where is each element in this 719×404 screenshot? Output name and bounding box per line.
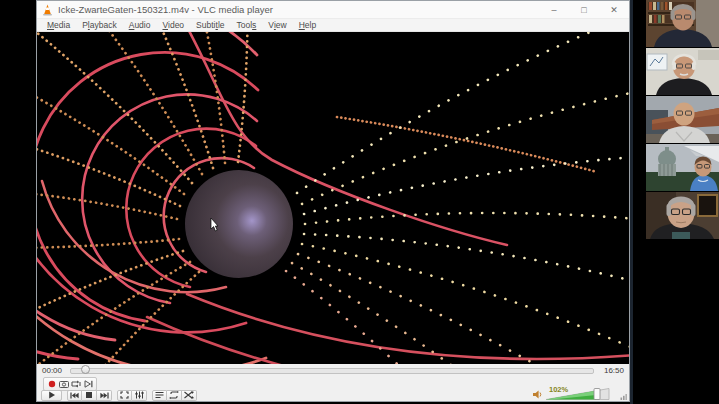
participant-2-video — [646, 48, 719, 95]
snapshot-button[interactable] — [58, 379, 70, 389]
participant-tile-5[interactable] — [646, 192, 719, 239]
speaker-icon — [533, 390, 544, 399]
volume-thumb — [594, 389, 600, 400]
vlc-cone-icon — [42, 4, 53, 16]
black-hole-sphere — [185, 170, 293, 278]
volume-control[interactable]: 102% — [533, 387, 625, 401]
close-button[interactable]: ✕ — [599, 1, 629, 18]
participant-3-video — [646, 96, 719, 143]
loop-button[interactable] — [167, 390, 182, 401]
minimize-button[interactable]: – — [539, 1, 569, 18]
menu-media[interactable]: Media — [41, 20, 76, 30]
menu-subtitle[interactable]: Subtitle — [190, 20, 230, 30]
menu-video[interactable]: Video — [156, 20, 190, 30]
menu-view[interactable]: View — [262, 20, 292, 30]
participant-5-video — [646, 192, 719, 239]
playlist-button[interactable] — [152, 390, 167, 401]
resize-grip-icon — [620, 393, 627, 400]
previous-button[interactable] — [67, 390, 82, 401]
shuffle-button[interactable] — [182, 390, 197, 401]
seek-row: 00:00 16:50 — [37, 364, 629, 377]
record-button[interactable] — [46, 379, 58, 389]
ab-loop-button[interactable] — [70, 379, 82, 389]
participant-tile-2[interactable] — [646, 48, 719, 95]
stop-button[interactable] — [82, 390, 97, 401]
seek-thumb[interactable] — [81, 365, 90, 374]
main-controls — [41, 389, 197, 401]
play-button[interactable] — [41, 390, 62, 401]
participant-tile-1[interactable] — [646, 0, 719, 47]
frame-by-frame-button[interactable] — [82, 379, 94, 389]
volume-percentage: 102% — [549, 385, 568, 394]
next-button[interactable] — [97, 390, 112, 401]
fullscreen-button[interactable] — [117, 390, 132, 401]
menu-audio[interactable]: Audio — [123, 20, 157, 30]
participant-tile-4[interactable] — [646, 144, 719, 191]
extended-settings-button[interactable] — [132, 390, 147, 401]
seek-slider[interactable] — [70, 368, 594, 374]
window-edge-shadow — [630, 0, 633, 404]
title-bar[interactable]: Icke-ZwarteGaten-150321.m4v - VLC media … — [37, 1, 629, 19]
participant-1-video — [646, 0, 719, 47]
total-time: 16:50 — [600, 366, 624, 375]
elapsed-time: 00:00 — [42, 366, 64, 375]
desktop: Icke-ZwarteGaten-150321.m4v - VLC media … — [0, 0, 719, 404]
blackhole-visualization — [37, 32, 629, 364]
participants-sidebar — [646, 0, 719, 404]
menu-playback[interactable]: Playback — [76, 20, 123, 30]
menu-tools[interactable]: Tools — [231, 20, 263, 30]
video-frame[interactable] — [37, 32, 629, 364]
maximize-button[interactable]: □ — [569, 1, 599, 18]
mouse-cursor — [210, 218, 219, 232]
vlc-window: Icke-ZwarteGaten-150321.m4v - VLC media … — [36, 0, 630, 402]
menu-bar: Media Playback Audio Video Subtitle Tool… — [37, 19, 629, 32]
participant-4-video — [646, 144, 719, 191]
window-title: Icke-ZwarteGaten-150321.m4v - VLC media … — [58, 4, 539, 15]
participant-tile-3[interactable] — [646, 96, 719, 143]
controls-bar: 102% — [37, 377, 629, 401]
menu-help[interactable]: Help — [293, 20, 323, 30]
